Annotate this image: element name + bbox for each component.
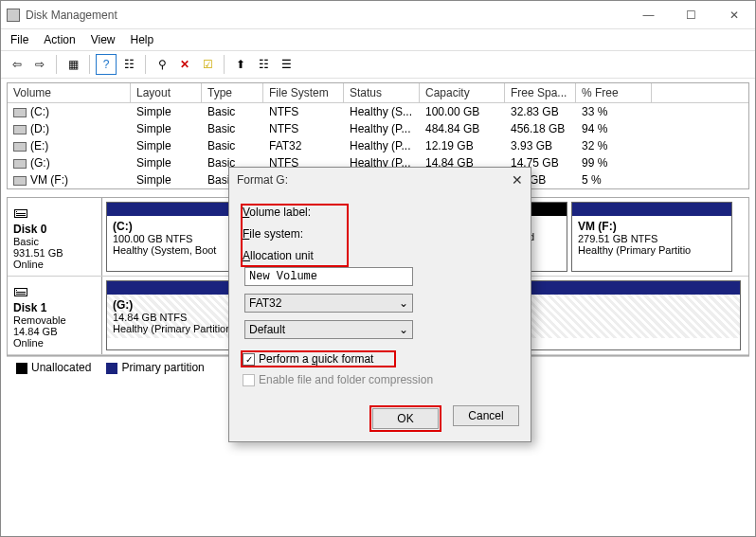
volume-row[interactable]: (E:)SimpleBasicFAT32Healthy (P...12.19 G… [8, 137, 748, 154]
allocation-label: llocation unit [250, 249, 314, 262]
help-icon[interactable]: ? [96, 54, 117, 75]
table-cell: 100.00 GB [420, 104, 505, 119]
volume-label-label: olume label: [249, 206, 311, 219]
table-cell: 94 % [576, 121, 652, 136]
table-cell: Basic [202, 104, 263, 119]
menu-help[interactable]: Help [131, 33, 154, 46]
table-cell: 33 % [576, 104, 652, 119]
delete-icon[interactable]: ✕ [174, 54, 195, 75]
layout-icon[interactable]: ☰ [276, 54, 297, 75]
close-button[interactable]: ✕ [712, 1, 755, 28]
table-cell: 5 % [576, 172, 652, 188]
table-cell: Basic [202, 138, 263, 153]
table-cell: (D:) [8, 121, 131, 136]
table-cell: (C:) [8, 104, 131, 119]
column-header[interactable]: File System [263, 83, 344, 102]
table-cell: 3.93 GB [505, 138, 576, 153]
chevron-down-icon: ⌄ [399, 323, 408, 336]
ok-button[interactable]: OK [372, 408, 439, 429]
table-cell: Simple [131, 138, 202, 153]
table-cell: Healthy (P... [344, 138, 420, 153]
volume-label-input[interactable]: New Volume [244, 267, 413, 286]
allocation-select[interactable]: Default⌄ [244, 320, 413, 339]
toolbar: ⇦ ⇨ ▦ ? ☷ ⚲ ✕ ☑ ⬆ ☷ ☰ [1, 50, 755, 79]
column-header[interactable]: Free Spa... [505, 83, 576, 102]
volume-row[interactable]: (C:)SimpleBasicNTFSHealthy (S...100.00 G… [8, 103, 748, 120]
table-cell: NTFS [263, 121, 344, 136]
menu-bar: File Action View Help [1, 29, 755, 50]
chevron-down-icon: ⌄ [399, 296, 408, 310]
table-cell: Healthy (P... [344, 121, 420, 136]
title-bar: Disk Management — ☐ ✕ [1, 1, 755, 29]
compression-checkbox [243, 374, 255, 386]
new-icon[interactable]: ⬆ [230, 54, 251, 75]
column-header[interactable]: Capacity [420, 83, 505, 102]
maximize-button[interactable]: ☐ [670, 1, 712, 28]
disk-info: 🖴Disk 0Basic931.51 GBOnline [8, 198, 102, 276]
settings-icon[interactable]: ☷ [253, 54, 274, 75]
table-cell: Simple [131, 155, 202, 170]
window-title: Disk Management [26, 9, 117, 22]
file-system-label: ile system: [249, 227, 303, 241]
table-cell: 456.18 GB [505, 121, 576, 136]
table-cell: (E:) [8, 138, 131, 153]
legend-primary: Primary partition [121, 361, 204, 374]
compression-label: Enable file and folder compression [259, 373, 433, 386]
table-cell: 484.84 GB [420, 121, 505, 136]
table-cell: Simple [131, 172, 202, 188]
partition[interactable]: (C:)100.00 GB NTFSHealthy (System, Boot [106, 202, 229, 272]
column-header[interactable]: Layout [131, 83, 202, 102]
properties-icon[interactable]: ☑ [197, 54, 218, 75]
table-cell: NTFS [263, 104, 344, 119]
volume-row[interactable]: (D:)SimpleBasicNTFSHealthy (P...484.84 G… [8, 120, 748, 137]
menu-file[interactable]: File [10, 33, 28, 46]
table-cell: Basic [202, 121, 263, 136]
quick-format-label: Perform a quick format [259, 352, 373, 366]
table-cell: 32 % [576, 138, 652, 153]
file-system-select[interactable]: FAT32⌄ [244, 294, 413, 313]
dialog-close-icon[interactable]: ✕ [512, 172, 523, 188]
table-cell: Simple [131, 104, 202, 119]
table-cell: 99 % [576, 155, 652, 170]
app-icon [7, 9, 20, 22]
column-header[interactable]: % Free [576, 83, 652, 102]
connect-icon[interactable]: ⚲ [152, 54, 172, 75]
partition[interactable]: VM (F:)279.51 GB NTFSHealthy (Primary Pa… [571, 202, 732, 272]
format-dialog: Format G: ✕ Volume label: File system: A… [228, 167, 531, 442]
table-cell: 12.19 GB [420, 138, 505, 153]
column-header[interactable]: Type [202, 83, 263, 102]
minimize-button[interactable]: — [627, 1, 670, 28]
column-header[interactable]: Volume [8, 83, 131, 102]
legend-unallocated: Unallocated [31, 361, 91, 374]
table-cell: 32.83 GB [505, 104, 576, 119]
table-cell: FAT32 [263, 138, 344, 153]
back-icon[interactable]: ⇦ [7, 54, 27, 75]
table-cell: VM (F:) [8, 172, 131, 188]
menu-view[interactable]: View [91, 33, 116, 46]
disk-info: 🖴Disk 1Removable14.84 GBOnline [8, 277, 102, 354]
refresh-icon[interactable]: ☷ [118, 54, 139, 75]
dialog-title: Format G: [237, 173, 288, 187]
grid-icon[interactable]: ▦ [63, 54, 83, 75]
quick-format-checkbox[interactable]: ✓ [243, 353, 255, 366]
menu-action[interactable]: Action [44, 33, 75, 46]
table-cell: Simple [131, 121, 202, 136]
table-cell: Healthy (S... [344, 104, 420, 119]
table-cell: (G:) [8, 155, 131, 170]
cancel-button[interactable]: Cancel [453, 405, 519, 426]
column-header[interactable]: Status [344, 83, 420, 102]
forward-icon[interactable]: ⇨ [29, 54, 50, 75]
